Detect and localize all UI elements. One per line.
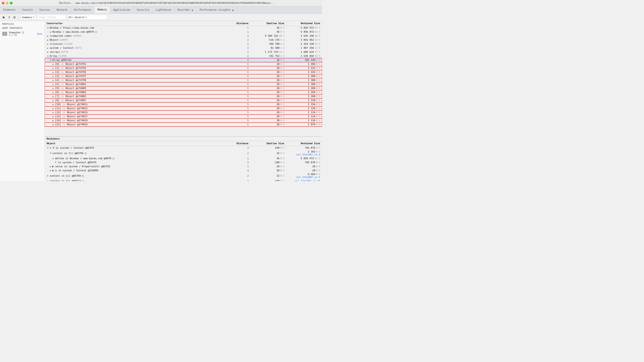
expand-arrow[interactable] [52, 103, 54, 106]
clear-button[interactable]: 🗑 [12, 15, 16, 20]
expand-arrow[interactable] [52, 107, 54, 110]
td-constructor: [13] :: Object @274817 [45, 115, 232, 118]
collapse-arrow[interactable] [46, 55, 49, 58]
expand-arrow[interactable] [52, 67, 54, 70]
expand-arrow[interactable] [46, 39, 49, 41]
expand-arrow[interactable] [49, 165, 52, 168]
table-row[interactable]: f in system / Context @85475 3 2480 % 79… [45, 160, 322, 164]
table-row[interactable]: [6] :: Object @274803 5 200 % 2 2640 % [45, 90, 322, 94]
tab-network[interactable]: Network [54, 6, 71, 14]
table-row[interactable]: [3] :: Object @274797 5 200 % 2 3000 % [45, 74, 322, 78]
expand-arrow[interactable] [46, 43, 49, 46]
expand-arrow[interactable] [52, 87, 54, 90]
tab-recorder[interactable]: Recorder ▲ [174, 6, 196, 14]
table-row[interactable]: Object×20875 2 516 1765 % 3 041 85232 % [45, 38, 322, 42]
table-row[interactable]: Array @301141 4 160 % 181 2442 % [45, 58, 322, 62]
table-row[interactable]: context in f() @85513 □ 2 1680 % esl_5fe… [45, 179, 322, 181]
table-row[interactable]: ▶ value in system / PropertyCell @85793 … [45, 164, 322, 168]
expand-arrow[interactable] [52, 95, 54, 98]
table-row[interactable]: [7] :: Object @274805 5 200 % 2 2600 % [45, 94, 322, 98]
collapse-arrow[interactable] [49, 152, 52, 154]
table-row[interactable]: [14] :: Object @274819 5 200 % 2 1160 % [45, 118, 322, 122]
source-link[interactable]: esl_5fec89f.js:1 [296, 176, 320, 179]
expand-arrow[interactable] [52, 99, 54, 102]
table-row[interactable]: system / Context×2573 3 81 5001 % 1 967 … [45, 46, 322, 50]
table-row[interactable]: [1] :: Object @274793 5 200 % 2 3320 % [45, 66, 322, 70]
table-row[interactable]: [11] :: Object @274813 5 200 % 2 1560 % [45, 106, 322, 110]
expand-arrow[interactable] [52, 123, 54, 126]
expand-arrow[interactable] [52, 115, 54, 118]
constructor-text: Array×11996 [50, 54, 67, 58]
table-row[interactable]: [12] :: Object @274815 5 200 % 2 1240 % [45, 110, 322, 114]
all-objects-dropdown[interactable]: All objects ▼ [67, 15, 107, 20]
expand-arrow[interactable] [52, 71, 54, 74]
table-row[interactable]: [2] :: Object @274795 5 200 % 2 3320 % [45, 70, 322, 74]
tab-security[interactable]: Security [134, 6, 152, 14]
td-shallow: 1680 % [250, 179, 286, 181]
expand-arrow[interactable] [46, 174, 49, 177]
table-row[interactable]: [21] :: Object @274833 5 200 % 2 0760 % [45, 122, 322, 126]
minimize-button[interactable] [6, 2, 8, 4]
table-row[interactable]: define in Window / www.baidu.com @9879 □… [45, 156, 322, 160]
td-shallow: 200 % [250, 165, 286, 168]
td-distance: 5 [232, 78, 250, 82]
table-row[interactable]: ✕ X in system / Context @85475 3 2480 % … [45, 146, 322, 150]
collapse-arrow[interactable] [49, 59, 52, 62]
table-row[interactable]: [0] :: Object @274791 5 200 % 2 4040 % [45, 62, 322, 66]
expand-arrow[interactable] [52, 91, 54, 94]
table-row[interactable]: context in o() @85799 □ 2 320 % 6 9640 %… [45, 172, 322, 179]
table-row[interactable]: (array)×8734 2 1 173 72412 % 1 606 62417… [45, 50, 322, 54]
tab-elements[interactable]: Elements [0, 6, 19, 14]
class-filter-input[interactable]: Class filter [37, 15, 66, 20]
source-link[interactable]: esl_5fec89f.js:15 [295, 180, 320, 181]
expand-arrow[interactable] [52, 63, 54, 66]
tab-bar: ElementsConsoleSourcesNetworkPerformance… [0, 6, 322, 14]
expand-arrow[interactable] [46, 35, 49, 37]
snapshot-item[interactable]: Snapshot 1 9.6 MB Save [0, 30, 44, 38]
expand-arrow[interactable] [49, 31, 52, 33]
expand-arrow[interactable] [52, 83, 54, 86]
table-row[interactable]: [13] :: Object @274817 5 200 % 2 1240 % [45, 114, 322, 118]
summary-dropdown[interactable]: Summary ▼ [20, 15, 36, 20]
data-table[interactable]: Constructor Distance Shallow Size Retain… [45, 21, 322, 136]
save-button[interactable]: Save [37, 33, 42, 35]
expand-arrow[interactable] [52, 75, 54, 78]
collapse-arrow[interactable] [46, 26, 49, 29]
table-row[interactable]: Window / www.baidu.com @9879 □ 1 360 % 5… [45, 30, 322, 34]
record-button[interactable]: ⏺ [1, 15, 6, 20]
table-row[interactable]: [5] :: Object @274801 5 200 % 2 3000 % [45, 82, 322, 86]
table-row[interactable]: [4] :: Object @274799 5 200 % 2 3000 % [45, 78, 322, 82]
table-row[interactable]: context in f() @85795 □ 2 320 % 2 3920 %… [45, 150, 322, 156]
tab-performance-insights[interactable]: Performance insights ▲ [196, 6, 237, 14]
td-distance: 5 [232, 103, 250, 106]
maximize-button[interactable] [10, 2, 12, 4]
expand-arrow[interactable] [52, 79, 54, 82]
tab-performance[interactable]: Performance [71, 6, 94, 14]
tab-console[interactable]: Console [19, 6, 36, 14]
tab-application[interactable]: Application [110, 6, 134, 14]
expand-arrow[interactable] [49, 169, 52, 172]
collapse-arrow[interactable] [46, 147, 49, 149]
table-row[interactable]: (closure)×11192 2 346 7804 % 2 343 22824… [45, 42, 322, 46]
close-button[interactable] [2, 2, 4, 4]
expand-arrow[interactable] [46, 47, 49, 50]
expand-arrow[interactable] [46, 51, 49, 54]
expand-arrow[interactable] [46, 180, 49, 181]
expand-arrow[interactable] [52, 119, 54, 122]
table-row[interactable]: Window / https://www.baidu.com 1 360 % 5… [45, 26, 322, 30]
table-row[interactable]: [8] :: Object @274807 5 200 % 2 2280 % [45, 98, 322, 102]
source-link[interactable]: esl_5fec89f.js:2 [296, 153, 320, 156]
tab-sources[interactable]: Sources [36, 6, 54, 14]
table-row[interactable]: Array×11996 2 192 7522 % 1 520 84416 % [45, 54, 322, 58]
table-row[interactable]: (compiled code)×54943 3 3 384 15235 % 3 … [45, 34, 322, 38]
table-row[interactable]: [10] :: Object @274811 5 200 % 2 1560 % [45, 102, 322, 106]
retainer-section: Retainers Object Distance Shallow Size R… [45, 136, 322, 181]
tab-lighthouse[interactable]: Lighthouse [152, 6, 174, 14]
table-row[interactable]: ▶ e in system / Context @226009 4 200 % … [45, 168, 322, 172]
table-row[interactable]: [9] :: Object @274809 5 200 % 2 2800 % [45, 86, 322, 90]
refresh-button[interactable]: ↺ [7, 15, 11, 20]
tab-memory[interactable]: Memory [94, 6, 110, 14]
td-constructor: [3] :: Object @274797 [45, 74, 232, 78]
expand-arrow[interactable] [52, 157, 54, 160]
expand-arrow[interactable] [52, 111, 54, 114]
